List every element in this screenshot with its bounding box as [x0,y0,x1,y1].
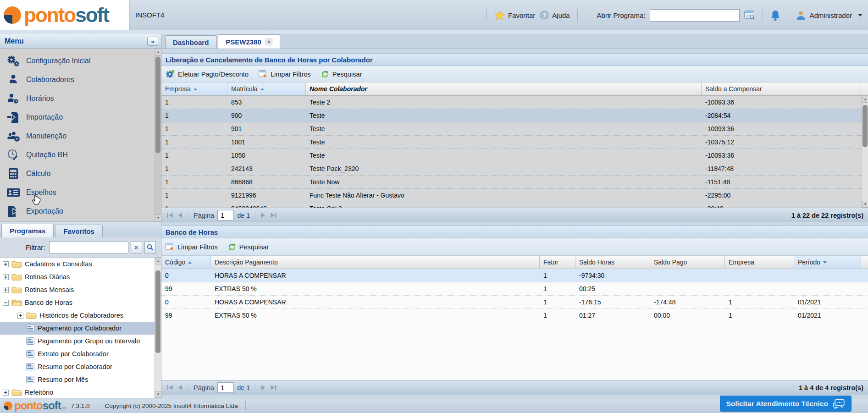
toolbar-button-limpar-filtros[interactable]: Limpar Filtros [259,70,311,78]
tree-item-extrato-por-colaborador[interactable]: Extrato por Colaborador [0,347,161,360]
tree-item-pagamento-por-grupo-ou-intervalo[interactable]: Pagamento por Grupo ou Intervalo [0,335,161,347]
table-row[interactable]: 99EXTRAS 50 %101:2700:00101/2021 [161,309,868,322]
menu-scrollbar[interactable]: ▲ ▼ [155,49,161,221]
filter-input[interactable] [50,241,128,253]
menu-item-exporta-o[interactable]: Exportação [0,202,161,220]
tree-item-refeit-rio[interactable]: Refeitório [0,386,161,398]
column-header-saldo-horas[interactable]: Saldo Horas [575,256,650,269]
scroll-up-icon[interactable]: ▲ [862,96,868,103]
table-cell: HORAS A COMPENSAR [211,296,540,308]
tree-item-rotinas-di-rias[interactable]: Rotinas Diárias [0,270,161,283]
page-number-input[interactable] [217,382,234,393]
tree-item-rotinas-mensais[interactable]: Rotinas Mensais [0,283,161,296]
favorite-button[interactable]: Favoritar [494,10,535,20]
page-number-input[interactable] [217,210,234,220]
table-row[interactable]: 1866868Teste Now-1151:48 [161,176,868,189]
sidebar-tab-favoritos[interactable]: Favoritos [55,225,103,237]
tree-item-resumo-por-m-s[interactable]: Resumo por Mês [0,373,161,386]
tree-item-hist-ricos-de-colaboradores[interactable]: Históricos de Colaboradores [0,309,161,322]
menu-item-importa-o[interactable]: Importação [0,108,161,127]
tree-item-resumo-por-colaborador[interactable]: Resumo por Colaborador [0,360,161,373]
table-cell: 1 [161,176,227,188]
table-row[interactable]: 0HORAS A COMPENSAR1-9734:30 [161,269,868,282]
table-row[interactable]: 1242143Teste Pack_2320-11847:48 [161,162,868,176]
sidebar-tab-programas[interactable]: Programas [1,224,54,237]
open-program-input[interactable] [650,9,740,22]
menu-item-c-lculo[interactable]: Cálculo [0,164,161,183]
table-row[interactable]: 11001Teste-10375:12 [161,136,868,149]
sidebar-collapse-button[interactable]: « [147,37,158,46]
previous-page-button[interactable] [177,384,183,391]
table-cell: -176:15 [575,296,650,308]
tree-scrollbar[interactable]: ▲ ▼ [155,258,161,398]
scrollbar-thumb[interactable] [155,57,160,153]
main-tab-psew2380[interactable]: PSEW2380✕ [218,34,280,49]
menu-item-colaboradores[interactable]: Colaboradores [0,70,161,89]
menu-item-configura-o-inicial[interactable]: Configuração Inicial [0,51,161,70]
table-row[interactable]: 1900Teste-2084:54 [161,109,868,122]
sidebar: Menu « Configuração InicialColaboradores… [0,34,161,398]
last-page-button[interactable] [270,384,277,391]
first-page-button[interactable] [166,384,174,391]
table-row[interactable]: 0HORAS A COMPENSAR1-176:15-174:48101/202… [161,296,868,309]
menu-item-hor-rios[interactable]: Horários [0,89,161,108]
tree-item-pagamento-por-colaborador[interactable]: Pagamento por Colaborador [0,322,161,335]
toolbar-button-pesquisar[interactable]: Pesquisar [228,243,269,251]
column-header-saldo-a-compensar[interactable]: Saldo a Compensar [702,83,861,95]
column-header-nome-colaborador[interactable]: Nome Colaborador [306,83,702,95]
help-button[interactable]: ? Ajuda [540,11,569,20]
column-header-empresa[interactable]: Empresa [161,83,227,95]
scrollbar-thumb[interactable] [155,270,160,353]
panel-toolbar: Limpar FiltrosPesquisar [161,238,868,256]
notifications-bell-icon[interactable] [770,10,780,21]
table-row[interactable]: 99EXTRAS 50 %100:25 [161,282,868,296]
column-header-c-digo[interactable]: Código [161,256,211,269]
table-row[interactable]: 1853Teste 2-10093:36 [161,96,868,109]
column-header-empresa[interactable]: Empresa [725,256,794,269]
expand-icon[interactable] [3,390,9,396]
user-menu[interactable]: Administrador [796,10,862,21]
filter-search-button[interactable] [144,241,156,253]
toolbar-button-pesquisar[interactable]: Pesquisar [321,70,362,78]
column-header-fator[interactable]: Fator [540,256,575,269]
first-page-button[interactable] [166,212,174,219]
next-page-button[interactable] [260,212,266,219]
column-header-matr-cula[interactable]: Matrícula [227,83,306,95]
open-program-window-icon[interactable] [744,11,755,20]
previous-page-button[interactable] [177,212,183,219]
tab-close-icon[interactable]: ✕ [265,39,272,45]
expand-icon[interactable] [3,274,9,280]
filter-clear-button[interactable]: × [131,241,142,253]
scroll-down-icon[interactable]: ▼ [155,391,161,398]
scroll-up-icon[interactable]: ▲ [155,49,161,55]
menu-item-espelhos[interactable]: Espelhos [0,183,161,202]
table-cell: 1050 [227,149,306,162]
column-header-per-odo[interactable]: Período [794,256,861,269]
table-row[interactable]: 19121996Func Teste Não Alterar - Gustavo… [161,189,868,202]
table-row[interactable]: 11050Teste-10093:36 [161,149,868,162]
tree-item-cadastros-e-consultas[interactable]: Cadastros e Consultas [0,258,161,270]
table-row[interactable]: 1901Teste-10093:36 [161,122,868,136]
expand-icon[interactable] [3,287,9,293]
column-header-saldo-pago[interactable]: Saldo Pago [650,256,725,269]
table-row[interactable]: 19433049043Teste Onl 3-99:48 [161,202,868,208]
collapse-icon[interactable] [3,300,9,306]
scrollbar-thumb[interactable] [862,105,868,147]
toolbar-button-limpar-filtros[interactable]: Limpar Filtros [166,243,218,251]
scroll-up-icon[interactable]: ▲ [155,258,161,264]
toolbar-button-efetuar-pagto-desconto[interactable]: Efetuar Pagto/Desconto [166,70,249,78]
expand-icon[interactable] [3,261,9,267]
menu-item-quita-o-bh[interactable]: Quitação BH [0,145,161,164]
grid-scrollbar[interactable]: ▲▼ [862,96,868,208]
next-page-button[interactable] [260,384,266,391]
expand-icon[interactable] [17,313,23,319]
scroll-down-icon[interactable]: ▼ [155,215,161,221]
support-button[interactable]: Solicitar Atendimento Técnico [720,396,852,412]
column-header-descri-o-pagamento[interactable]: Descrição Pagamento [211,256,540,269]
last-page-button[interactable] [270,212,277,219]
divider [188,384,188,392]
tree-item-banco-de-horas[interactable]: Banco de Horas [0,296,161,309]
main-tab-dashboard[interactable]: Dashboard [165,35,216,49]
scroll-down-icon[interactable]: ▼ [862,201,868,208]
menu-item-manuten-o[interactable]: Manutenção [0,127,161,145]
